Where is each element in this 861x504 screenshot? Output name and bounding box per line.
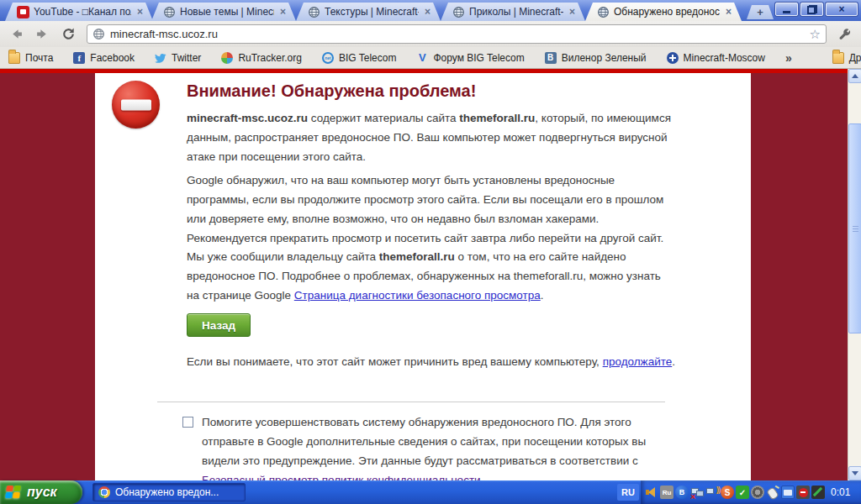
window-close-button[interactable]: ×: [826, 3, 858, 16]
minimize-icon: [783, 11, 790, 13]
back-icon: [9, 27, 24, 41]
browser-toolbar: minecraft-msc.ucoz.ru ☆: [0, 21, 861, 47]
bookmark-minecraft-moscow[interactable]: Minecraft-Moscow: [667, 52, 765, 64]
start-label: пуск: [27, 485, 57, 500]
malware-site-name: themeforall.ru: [379, 250, 455, 263]
bookmarks-bar: Почта f Facebook Twitter RuTracker.org n…: [0, 47, 861, 69]
youtube-favicon: [17, 6, 29, 18]
tab-tekstury[interactable]: Текстуры | Minecraft-Mo ×: [296, 3, 441, 21]
tray-punto-switcher-icon[interactable]: Ru: [660, 486, 673, 499]
system-tray: Ru B × )) S ✓ 0:01: [641, 480, 861, 504]
malware-site-name: themeforall.ru: [459, 112, 535, 124]
rutracker-icon: [221, 52, 233, 64]
tray-volume-icon[interactable]: [645, 486, 658, 499]
malware-warning-page: Внимание! Обнаружена проблема! minecraft…: [0, 69, 848, 480]
notified-text: Мы уже сообщили владельцу сайта: [187, 250, 379, 263]
scroll-up-icon: [852, 74, 858, 78]
vertical-scrollbar[interactable]: [848, 69, 861, 480]
window-restore-button[interactable]: [800, 3, 823, 16]
tab-title: Приколы | Minecraft-Mos: [469, 6, 563, 18]
back-button[interactable]: [5, 24, 28, 45]
new-tab-button[interactable]: +: [747, 5, 774, 19]
tab-close-icon[interactable]: ×: [724, 6, 733, 18]
tab-close-icon[interactable]: ×: [278, 6, 288, 18]
reload-button[interactable]: [57, 24, 80, 45]
bookmark-star-icon[interactable]: ☆: [810, 28, 821, 40]
address-bar[interactable]: minecraft-msc.ucoz.ru ☆: [87, 24, 827, 44]
tray-blocker-icon[interactable]: [796, 486, 810, 499]
tray-audio-device-icon[interactable]: [751, 486, 764, 499]
tab-close-icon[interactable]: ×: [135, 6, 145, 18]
bookmark-twitter[interactable]: Twitter: [155, 52, 201, 64]
bookmark-vilenor[interactable]: В Виленор Зеленый: [545, 52, 647, 64]
tray-antivirus-ok-icon[interactable]: ✓: [736, 486, 749, 499]
bookmark-pochta[interactable]: Почта: [8, 52, 53, 64]
wrench-icon: [838, 28, 852, 41]
bookmark-forum-big-telecom[interactable]: V Форум BIG Telecom: [416, 52, 524, 64]
language-indicator[interactable]: RU: [617, 484, 639, 501]
v-mark-icon: V: [416, 52, 428, 64]
tray-keyboard-icon[interactable]: [781, 486, 795, 499]
report-text-body: Помогите усовершенствовать систему обнар…: [202, 416, 646, 467]
taskbar-clock[interactable]: 0:01: [831, 486, 855, 498]
back-to-safety-button[interactable]: Назад: [187, 313, 251, 337]
taskbar-chrome-task-button[interactable]: Обнаружено вредон...: [92, 483, 246, 501]
facebook-icon: f: [73, 52, 85, 64]
window-minimize-button[interactable]: [775, 3, 798, 16]
url-text[interactable]: minecraft-msc.ucoz.ru: [110, 28, 805, 40]
tray-wireless-network-icon[interactable]: )): [705, 486, 719, 499]
tab-youtube[interactable]: YouTube - □Канал поль ×: [5, 3, 153, 21]
globe-favicon: [163, 6, 176, 18]
globe-favicon: [452, 6, 465, 18]
globe-favicon: [308, 6, 320, 18]
start-button[interactable]: пуск: [0, 480, 82, 504]
scrollbar-up-button[interactable]: [848, 69, 861, 83]
vk-icon: В: [545, 52, 557, 64]
intro-text: содержит материалы сайта: [308, 112, 459, 124]
bookmark-label: RuTracker.org: [238, 52, 302, 64]
report-text-end: .: [481, 474, 484, 480]
scrollbar-down-button[interactable]: [848, 466, 861, 480]
twitter-bird-icon: [155, 52, 166, 64]
tab-malware-warning-active[interactable]: Обнаружено вредоносн ×: [585, 3, 742, 21]
bookmark-rutracker[interactable]: RuTracker.org: [221, 52, 302, 64]
net-circle-icon: net: [322, 52, 334, 64]
privacy-policy-link[interactable]: Безопасный просмотр политик конфиденциал…: [202, 474, 481, 480]
tray-s-app-icon[interactable]: S: [721, 486, 734, 499]
tab-novye-temy[interactable]: Новые темы | Minecraft- ×: [151, 3, 296, 21]
reload-icon: [61, 27, 76, 41]
proceed-text-end: .: [672, 355, 675, 368]
forward-button[interactable]: [31, 24, 54, 45]
tray-display-icon[interactable]: [811, 486, 825, 499]
scrollbar-thumb[interactable]: [848, 123, 861, 333]
minecraft-cross-icon: [667, 52, 679, 64]
tab-close-icon[interactable]: ×: [423, 6, 432, 18]
tray-network-disconnected-icon[interactable]: ×: [690, 486, 704, 499]
section-divider: [157, 402, 665, 402]
chrome-menu-wrench-button[interactable]: [833, 24, 856, 45]
bookmark-big-telecom[interactable]: net BIG Telecom: [322, 52, 396, 64]
bookmarks-overflow-chevron[interactable]: »: [785, 51, 792, 65]
tab-close-icon[interactable]: ×: [568, 6, 577, 18]
other-bookmarks-label: Другие закладки: [849, 52, 861, 64]
tray-bluetooth-icon[interactable]: B: [675, 486, 689, 499]
taskbar: пуск Обнаружено вредон... RU Ru B × )) S…: [0, 480, 861, 504]
warning-card: Внимание! Обнаружена проблема! minecraft…: [95, 73, 751, 480]
other-bookmarks-button[interactable]: Другие закладки: [832, 52, 861, 64]
intro-paragraph: minecraft-msc.ucoz.ru содержит материалы…: [187, 108, 676, 166]
globe-favicon: [597, 6, 610, 18]
bookmark-label: Почта: [25, 52, 53, 64]
tray-mouse-icon[interactable]: [766, 486, 779, 499]
bookmark-facebook[interactable]: f Facebook: [73, 52, 135, 64]
bookmark-label: Minecraft-Moscow: [684, 52, 765, 64]
window-controls: ×: [775, 3, 858, 16]
tab-prikoly[interactable]: Приколы | Minecraft-Mos ×: [441, 3, 585, 21]
bookmark-label: Twitter: [172, 52, 201, 64]
detected-paragraph: Google обнаружил, что на ваш компьютер м…: [187, 171, 676, 248]
notified-paragraph: Мы уже сообщили владельцу сайта themefor…: [187, 247, 676, 305]
tab-title: Обнаружено вредоносн: [614, 6, 720, 18]
safe-browsing-diagnostics-link[interactable]: Страница диагностики безопасного просмот…: [294, 289, 541, 302]
tab-title: YouTube - □Канал поль: [34, 6, 131, 18]
report-checkbox[interactable]: [182, 417, 193, 428]
proceed-anyway-link[interactable]: продолжайте: [603, 355, 673, 368]
